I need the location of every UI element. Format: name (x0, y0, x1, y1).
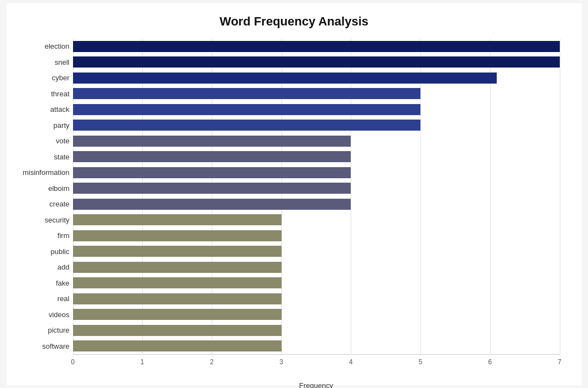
chart-title: Word Frequency Analysis (29, 14, 560, 29)
bar-track (73, 183, 560, 194)
bar-fill (73, 340, 282, 351)
bar-label: security (12, 216, 70, 224)
bar-row: elboim (73, 180, 560, 196)
bar-label: misinformation (12, 168, 70, 177)
bar-track (73, 88, 560, 99)
bar-label: election (12, 42, 70, 50)
bar-track (73, 262, 560, 273)
x-tick-label: 4 (349, 358, 353, 366)
bar-fill (73, 151, 351, 162)
bar-fill (73, 183, 351, 194)
bar-track (73, 73, 560, 84)
bar-label: elboim (12, 184, 70, 193)
bar-fill (73, 262, 282, 273)
x-tick-label: 2 (210, 358, 214, 366)
bar-row: security (73, 212, 560, 228)
bar-fill (73, 73, 497, 84)
bar-row: videos (73, 307, 560, 323)
x-tick-label: 3 (279, 358, 283, 366)
bar-fill (73, 246, 282, 257)
bar-row: snell (73, 54, 560, 70)
bar-fill (73, 325, 282, 336)
bar-fill (73, 120, 421, 131)
bar-label: vote (12, 137, 70, 145)
bar-label: public (12, 247, 70, 256)
bar-fill (73, 277, 282, 288)
x-tick-label: 1 (141, 358, 144, 366)
bar-fill (73, 88, 421, 99)
bar-fill (73, 104, 421, 115)
grid-line (560, 39, 560, 354)
x-axis: 01234567 Frequency (73, 354, 560, 376)
bar-row: software (73, 338, 560, 354)
bar-label: state (12, 153, 70, 161)
bar-track (73, 151, 560, 162)
bar-fill (73, 214, 282, 225)
bar-fill (73, 293, 282, 304)
bar-label: attack (12, 105, 70, 113)
bar-row: vote (73, 133, 560, 149)
bar-label: videos (12, 311, 70, 319)
bar-label: picture (12, 326, 70, 334)
bar-fill (73, 136, 351, 147)
bar-row: picture (73, 323, 560, 339)
bar-fill (73, 167, 351, 178)
bar-label: real (12, 294, 70, 303)
bar-fill (73, 230, 282, 241)
bar-track (73, 120, 560, 131)
bar-label: software (12, 342, 70, 350)
bar-row: state (73, 149, 560, 165)
bars-wrapper: electionsnellcyberthreatattackpartyvotes… (73, 39, 560, 354)
x-tick-label: 7 (558, 358, 561, 366)
bar-track (73, 293, 560, 304)
bar-label: party (12, 121, 70, 130)
bar-row: threat (73, 86, 560, 102)
bar-fill (73, 199, 351, 210)
bar-track (73, 246, 560, 257)
bar-track (73, 167, 560, 178)
x-ticks-wrapper: 01234567 (73, 355, 560, 366)
bar-track (73, 340, 560, 351)
bar-track (73, 325, 560, 336)
bar-fill (73, 56, 560, 68)
bar-fill (73, 309, 282, 320)
bar-track (73, 230, 560, 241)
bar-row: create (73, 196, 560, 213)
bar-row: attack (73, 102, 560, 118)
bar-label: snell (12, 58, 70, 66)
bar-row: party (73, 117, 560, 133)
bar-track (73, 41, 560, 52)
bar-label: fake (12, 279, 70, 287)
bar-track (73, 309, 560, 320)
bar-row: fake (73, 275, 560, 291)
bar-track (73, 136, 560, 147)
x-tick-label: 0 (71, 358, 75, 366)
chart-container: Word Frequency Analysis electionsnellcyb… (7, 3, 582, 385)
bar-label: cyber (12, 74, 70, 82)
x-tick-label: 6 (488, 358, 492, 366)
bar-row: election (73, 39, 560, 55)
x-tick-label: 5 (419, 358, 423, 366)
bar-label: add (12, 263, 70, 271)
bar-fill (73, 41, 560, 52)
bar-track (73, 277, 560, 288)
chart-area: electionsnellcyberthreatattackpartyvotes… (73, 39, 560, 354)
bar-label: create (12, 200, 70, 208)
bar-label: firm (12, 231, 70, 240)
bar-row: firm (73, 228, 560, 244)
bar-row: real (73, 291, 560, 307)
bar-track (73, 214, 560, 225)
bar-track (73, 199, 560, 210)
bar-label: threat (12, 90, 70, 98)
bar-row: public (73, 244, 560, 260)
bar-track (73, 56, 560, 68)
bar-row: cyber (73, 70, 560, 86)
bar-row: misinformation (73, 165, 560, 181)
bar-row: add (73, 260, 560, 276)
x-axis-label: Frequency (73, 381, 560, 389)
bar-track (73, 104, 560, 115)
